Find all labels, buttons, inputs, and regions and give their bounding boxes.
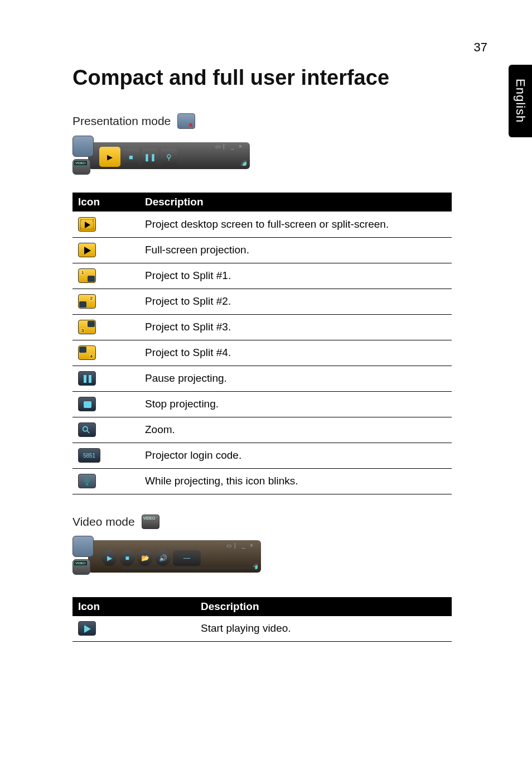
toolbar-zoom-button: ⚲: [161, 148, 177, 165]
cell-desc: Project to Split #4.: [139, 340, 452, 366]
presentation-mode-header: Presentation mode: [72, 113, 452, 129]
video-open-button: 📂: [137, 550, 153, 566]
cell-desc: Zoom.: [139, 417, 452, 443]
toolbar-project-button: ▶: [99, 147, 120, 167]
zoom-icon: [78, 422, 96, 437]
video-progress-slider: [122, 567, 255, 569]
window-close-icon: ×: [250, 542, 255, 548]
table-row: 2 Project to Split #2.: [72, 289, 452, 314]
split-2-icon: 2: [78, 294, 96, 309]
table-header-icon: Icon: [72, 597, 195, 616]
table-row: 3 Project to Split #3.: [72, 314, 452, 340]
table-header-description: Description: [139, 193, 452, 212]
cell-desc: Start playing video.: [195, 616, 452, 642]
toolbar-stop-button: ■: [123, 148, 139, 165]
cell-desc: Project desktop screen to full-screen or…: [139, 212, 452, 237]
video-mode-label: Video mode: [72, 515, 135, 528]
cell-desc: Stop projecting.: [139, 391, 452, 417]
video-volume-button: 🔊: [155, 550, 171, 566]
window-collapse-icon: ▭: [215, 143, 221, 149]
toolbar-buttons: ▶ ■ ❚❚ ⚲: [99, 147, 177, 167]
toolbar-video-tab: VIDEO: [72, 159, 90, 175]
cell-desc: Pause projecting.: [139, 366, 452, 391]
video-play-button: ▶: [101, 550, 117, 566]
cell-desc: Projector login code.: [139, 443, 452, 468]
pause-icon: [78, 371, 96, 386]
login-code-icon: 5851: [78, 448, 100, 463]
table-row: While projecting, this icon blinks.: [72, 468, 452, 494]
video-toolbar-drag-tab: [72, 536, 94, 557]
window-controls: ▭ | _ ×: [215, 143, 244, 149]
wifi-status-icon: [236, 158, 246, 166]
split-4-icon: 4: [78, 345, 96, 360]
stop-icon: [78, 397, 96, 411]
window-minimize-icon: _: [231, 143, 236, 149]
video-mode-icon: VIDEO: [142, 515, 159, 529]
video-tab-label-2: VIDEO: [74, 561, 87, 565]
table-header-description: Description: [195, 597, 452, 616]
table-header-icon: Icon: [72, 193, 139, 212]
presentation-toolbar-figure: ▭ | _ × VIDEO ▶ ■ ❚❚ ⚲: [72, 136, 251, 179]
video-icon-table: Icon Description Start playing video.: [72, 597, 452, 642]
table-row: 1234 Project desktop screen to full-scre…: [72, 212, 452, 237]
cell-desc: While projecting, this icon blinks.: [139, 468, 452, 494]
video-stop-button: ■: [119, 550, 135, 566]
table-row: 1 Project to Split #1.: [72, 263, 452, 289]
projecting-blink-icon: [78, 474, 96, 488]
fullscreen-projection-icon: [78, 243, 96, 257]
video-tab-label: VIDEO: [74, 161, 87, 165]
video-toolbar-video-tab: VIDEO: [72, 559, 90, 575]
cell-desc: Full-screen projection.: [139, 237, 452, 263]
window-minimize-icon: _: [242, 542, 248, 548]
presentation-icon-table: Icon Description 1234 Project desktop sc…: [72, 193, 452, 494]
page-title: Compact and full user interface: [72, 66, 452, 90]
video-toolbar-buttons: ▶ ■ 📂 🔊 —: [101, 550, 201, 566]
page-number: 37: [474, 40, 487, 55]
presentation-mode-icon: [177, 113, 195, 129]
project-split-icon: 1234: [78, 217, 96, 232]
window-separator: |: [223, 143, 229, 149]
toolbar-pause-button: ❚❚: [142, 148, 158, 165]
window-collapse-icon: ▭: [226, 542, 232, 548]
start-video-icon: [78, 621, 96, 636]
split-3-icon: 3: [78, 320, 96, 334]
split-1-icon: 1: [78, 268, 96, 283]
cell-desc: Project to Split #2.: [139, 289, 452, 314]
table-row: Start playing video.: [72, 616, 452, 642]
video-toolbar-figure: ▭ | _ × VIDEO ▶ ■ 📂 🔊 —: [72, 536, 262, 582]
video-mode-header: Video mode VIDEO: [72, 515, 452, 529]
table-row: 4 Project to Split #4.: [72, 340, 452, 366]
table-row: Pause projecting.: [72, 366, 452, 391]
table-row: Zoom.: [72, 417, 452, 443]
cell-desc: Project to Split #3.: [139, 314, 452, 340]
window-separator: |: [234, 542, 240, 548]
table-row: 5851 Projector login code.: [72, 443, 452, 468]
cell-desc: Project to Split #1.: [139, 263, 452, 289]
table-row: Full-screen projection.: [72, 237, 452, 263]
toolbar-drag-tab: [72, 136, 94, 157]
video-window-controls: ▭ | _ ×: [226, 542, 255, 548]
presentation-mode-label: Presentation mode: [72, 114, 171, 128]
language-tab: English: [509, 65, 532, 137]
video-volume-slider: —: [173, 550, 201, 566]
table-row: Stop projecting.: [72, 391, 452, 417]
page-content: Compact and full user interface Presenta…: [72, 66, 452, 662]
window-close-icon: ×: [239, 143, 244, 149]
